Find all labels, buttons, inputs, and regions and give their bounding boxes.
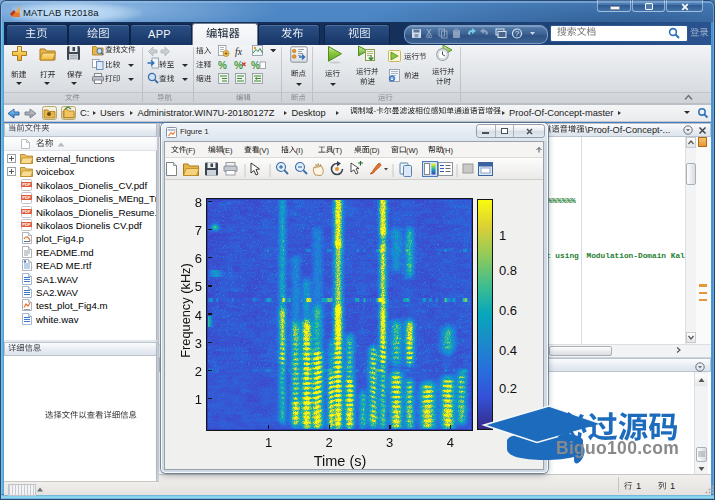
svg-text:PDF: PDF <box>22 182 31 187</box>
svg-text:PDF: PDF <box>22 195 31 200</box>
svg-text:%: % <box>234 60 243 71</box>
svg-text:%: % <box>218 60 227 71</box>
svg-text:%: % <box>251 60 260 71</box>
svg-text:PDF: PDF <box>22 209 31 214</box>
svg-text:fx: fx <box>235 47 243 57</box>
svg-text:?: ? <box>515 29 520 38</box>
svg-text:PDF: PDF <box>22 222 31 227</box>
